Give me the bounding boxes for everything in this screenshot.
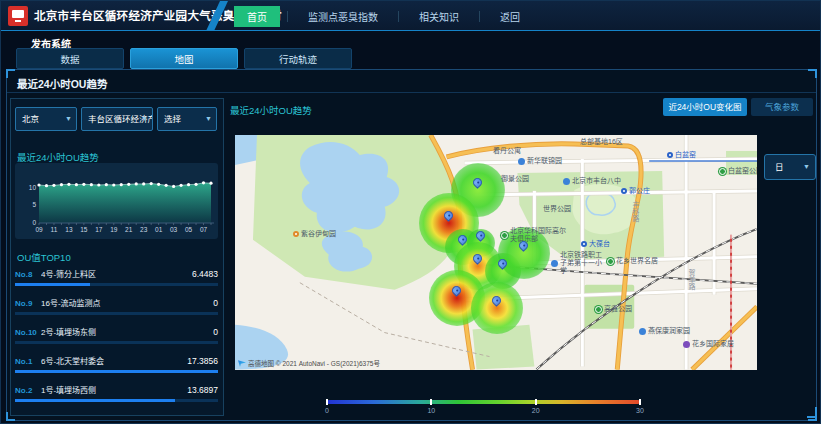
list-item: No.84号-筛分上料区6.4483	[15, 263, 218, 292]
site-name: 6号-北天堂村委会	[41, 355, 187, 366]
dashboard-root: 北京市丰台区循环经济产业园大气恶臭状况实时 首页 监测点恶臭指数 相关知识 返回…	[0, 0, 821, 424]
city-select-value: 北京	[22, 114, 39, 124]
svg-text:17: 17	[95, 226, 103, 233]
map-place-label: 北京市丰台八中	[563, 177, 621, 185]
list-item: No.21号-填埋场西侧13.6897	[15, 379, 218, 408]
nav-home[interactable]: 首页	[234, 6, 280, 27]
header-bar: 北京市丰台区循环经济产业园大气恶臭状况实时 首页 监测点恶臭指数 相关知识 返回	[1, 1, 820, 31]
map-place-label: 贺羊路	[687, 269, 695, 290]
site-select-value: 选择	[164, 114, 181, 124]
rank-label: No.8	[15, 270, 41, 279]
map-place-label: 世界公园	[543, 205, 571, 213]
map-place-label: 新华联锦园	[518, 157, 562, 165]
chevron-down-icon: ▼	[65, 108, 72, 130]
district-select[interactable]: 丰台区循环经济产▼	[81, 107, 153, 131]
city-select[interactable]: 北京▼	[15, 107, 77, 131]
blue-poi-icon	[639, 328, 646, 335]
place-name: 大葆台	[589, 240, 610, 248]
svg-text:11: 11	[51, 226, 58, 233]
place-name: 御景公园	[501, 175, 529, 183]
metro-poi-icon	[667, 152, 673, 158]
blue-poi-icon	[518, 158, 525, 165]
purple-poi-icon	[683, 341, 690, 348]
list-item: No.102号-填埋场东侧0	[15, 321, 218, 350]
place-name: 北京华科国际高尔夫俱乐部	[510, 227, 567, 243]
map-place-label: 花乡世界名居	[607, 257, 658, 265]
map-place-label: 紫谷伊甸园	[293, 230, 336, 238]
svg-text:10: 10	[29, 184, 37, 191]
panel-corner	[808, 69, 817, 78]
site-name: 4号-筛分上料区	[41, 268, 192, 279]
main-nav: 首页 监测点恶臭指数 相关知识 返回	[227, 1, 540, 31]
rank-label: No.10	[15, 328, 41, 337]
map-place-label: 郭公庄	[621, 187, 650, 195]
orange-poi-icon	[293, 231, 299, 237]
weather-params-button[interactable]: 气象参数	[751, 98, 813, 116]
svg-text:01: 01	[155, 226, 163, 233]
trend-chart-label: 最近24小时OU趋势	[17, 150, 99, 164]
legend-label: 20	[532, 407, 540, 414]
svg-text:03: 03	[170, 226, 178, 233]
trend-chart-svg: 0510091113151719212301030507	[15, 163, 218, 239]
top-list-title: OU值TOP10	[17, 250, 71, 264]
progress-track	[15, 399, 218, 402]
app-logo	[8, 6, 28, 26]
heatmap-map[interactable]: 总部基地16区看丹公寓新华联锦园御景公园北京市丰台八中郭公庄白盆窑白盆窑公园世界…	[235, 135, 757, 370]
map-place-label: 白盆窑公园	[719, 167, 757, 175]
ou-value: 0	[213, 327, 218, 337]
rank-label: No.1	[15, 357, 41, 366]
ou-top-list: No.84号-筛分上料区6.4483 No.916号-流动监测点0 No.102…	[15, 263, 218, 408]
rank-label: No.2	[15, 386, 41, 395]
nav-knowledge[interactable]: 相关知识	[406, 6, 472, 27]
legend-tick	[639, 399, 641, 405]
time-unit-value: 日	[775, 162, 784, 172]
place-name: 郭公庄	[629, 187, 650, 195]
nav-separator	[398, 11, 399, 22]
place-name: 贺羊路	[687, 269, 695, 290]
blue-poi-icon	[551, 260, 558, 267]
tab-data[interactable]: 数据	[16, 48, 124, 69]
map-section-label: 最近24小时OU趋势	[230, 103, 312, 117]
time-unit-select[interactable]: 日 ▼	[764, 154, 816, 180]
ou-value: 13.6897	[187, 385, 218, 395]
legend-label: 30	[636, 407, 644, 414]
nav-odor-index[interactable]: 监测点恶臭指数	[295, 6, 391, 27]
map-place-label: 北京铁路职工子弟第十一小学	[551, 251, 607, 275]
map-place-label: 总部基地16区	[580, 138, 623, 146]
map-place-label: 花乡国际家居	[683, 340, 734, 348]
map-place-label: 北京华科国际高尔夫俱乐部	[501, 227, 567, 243]
blue-poi-icon	[563, 178, 570, 185]
map-place-label: 丰科路	[631, 201, 639, 222]
trend-chart: 0510091113151719212301030507	[15, 163, 218, 239]
svg-text:23: 23	[140, 226, 148, 233]
place-name: 新华联锦园	[527, 157, 562, 165]
place-name: 世界公园	[543, 205, 571, 213]
progress-fill	[15, 399, 175, 402]
region-selects: 北京▼ 丰台区循环经济产▼ 选择▼	[15, 107, 217, 131]
amap-logo-icon	[238, 359, 246, 367]
ou-change-chart-button[interactable]: 近24小时OU变化图	[663, 98, 747, 116]
site-select[interactable]: 选择▼	[157, 107, 217, 131]
site-name: 1号-填埋场西侧	[41, 384, 187, 395]
legend-corner-bracket	[807, 407, 817, 418]
place-name: 花乡世界名居	[616, 257, 658, 265]
map-place-label: 看丹公寓	[493, 147, 521, 155]
heat-blob	[471, 282, 523, 334]
ou-value: 17.3856	[187, 356, 218, 366]
map-place-label: 燕保康润家园	[639, 327, 690, 335]
panel-corner	[6, 69, 15, 78]
nav-back[interactable]: 返回	[487, 6, 533, 27]
nav-separator	[287, 11, 288, 22]
tab-map[interactable]: 地图	[130, 48, 238, 69]
map-place-label: 白盆窑	[667, 151, 696, 159]
legend-label: 10	[427, 407, 435, 414]
metro-poi-icon	[581, 241, 587, 247]
svg-text:21: 21	[125, 226, 133, 233]
place-name: 高鑫公园	[604, 305, 632, 313]
metro-poi-icon	[621, 188, 627, 194]
place-name: 总部基地16区	[580, 138, 623, 146]
tab-track[interactable]: 行动轨迹	[244, 48, 352, 69]
legend-tick	[430, 399, 432, 405]
place-name: 紫谷伊甸园	[301, 230, 336, 238]
map-place-label: 大葆台	[581, 240, 610, 248]
